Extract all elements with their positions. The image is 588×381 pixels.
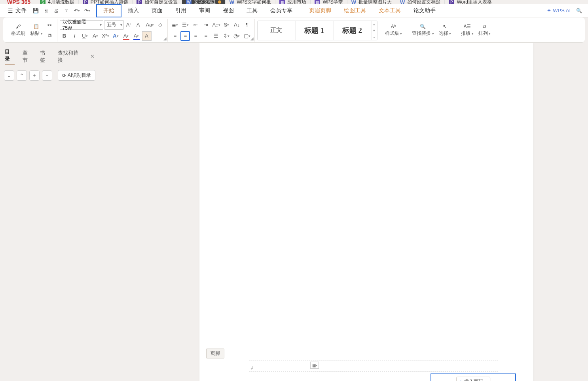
menu-view[interactable]: 视图 (216, 5, 240, 17)
bold-button[interactable]: B (60, 31, 69, 41)
align-right-button[interactable]: ≡ (191, 31, 200, 41)
numbering-button[interactable]: ☰ (180, 20, 190, 30)
style-set-button[interactable]: Aᵇ 样式集 (383, 24, 405, 37)
text-effects-button[interactable]: A (111, 31, 121, 41)
paste-button[interactable]: 📋 粘贴 (28, 24, 45, 37)
presentation-icon: P (83, 0, 88, 4)
close-icon[interactable]: ✕ (90, 53, 95, 59)
expand-down-button[interactable]: ⌄ (4, 70, 14, 81)
print-icon[interactable]: 🖨 (51, 6, 61, 16)
decrease-font-button[interactable]: A⁻ (135, 20, 144, 30)
save-icon[interactable]: 💾 (30, 6, 41, 16)
menu-page[interactable]: 页面 (145, 5, 169, 17)
menu-insert[interactable]: 插入 (121, 5, 145, 17)
font-name-select[interactable]: 汉仪雅酷黑 75W (60, 20, 103, 30)
file-menu[interactable]: ☰ 文件 (4, 6, 30, 16)
format-painter-button[interactable]: 🖌 格式刷 (9, 24, 28, 37)
tab-item[interactable]: W批量调整图片大 (347, 0, 396, 4)
arrange-button[interactable]: ⧉ 排列 (476, 24, 493, 37)
document-page[interactable]: 页脚 ▦ ↲ (199, 43, 533, 381)
style-heading1[interactable]: 标题 1 (296, 21, 334, 40)
footer-editable-area[interactable] (249, 360, 498, 372)
tab-item[interactable]: WWPS文字如何批 (226, 0, 276, 4)
remove-button[interactable]: － (42, 70, 52, 81)
print-preview-icon[interactable]: ⎘ (41, 6, 51, 16)
shading-button[interactable]: ◔ (232, 31, 241, 41)
align-center-button[interactable]: ≡ (180, 31, 190, 41)
align-justify-button[interactable]: ≡ (201, 31, 211, 41)
style-heading2[interactable]: 标题 2 (334, 21, 372, 40)
menu-header-footer[interactable]: 页眉页脚 (303, 5, 338, 17)
select-button[interactable]: ↖ 选择 (436, 24, 454, 37)
menu-references[interactable]: 引用 (169, 5, 193, 17)
wps-ai-button[interactable]: ✦ WPS AI (547, 8, 571, 13)
align-left-button[interactable]: ≡ (170, 31, 180, 41)
show-marks-button[interactable]: ¶ (243, 20, 252, 30)
wps-ai-label: WPS AI (553, 8, 571, 13)
document-canvas[interactable]: 页脚 ▦ ↲ # 插入页码 工作项目↲ (100, 43, 588, 381)
export-icon[interactable]: ⇪ (61, 6, 72, 16)
menu-tools[interactable]: 工具 (240, 5, 264, 17)
style-expand[interactable]: ⌄ (372, 34, 377, 40)
font-color-button[interactable]: A (132, 31, 141, 41)
insert-page-number-button[interactable]: # 插入页码 (456, 377, 490, 381)
highlight-color-button[interactable]: A (121, 31, 131, 41)
line-through-button[interactable]: S̶ (222, 20, 231, 30)
menu-home[interactable]: 开始 (96, 4, 121, 17)
tab-item[interactable]: ▦WPS学堂 (311, 0, 347, 4)
font-dialog-launcher[interactable]: ◢ (163, 36, 167, 41)
decrease-indent-button[interactable]: ⇤ (191, 20, 200, 30)
sidebar-tab-bookmarks[interactable]: 书签 (40, 49, 50, 64)
main-area: 目录 章节 书签 查找和替换 ✕ ⌄ ⌃ ＋ － ⟳ AI识别目录 页脚 ▦ ↲ (0, 43, 588, 381)
sidebar-tab-chapters[interactable]: 章节 (23, 49, 32, 64)
change-case-button[interactable]: Aa (145, 20, 155, 30)
collapse-up-button[interactable]: ⌃ (17, 70, 27, 81)
tab-item[interactable]: ▦应用市场 (275, 0, 311, 4)
layout-button[interactable]: A☰ 排版 (459, 24, 476, 37)
italic-button[interactable]: I (70, 31, 80, 41)
clear-format-button[interactable]: ◇ (156, 20, 165, 30)
find-replace-button[interactable]: 🔍 查找替换 (410, 24, 436, 37)
sort-button[interactable]: A↓ (232, 20, 242, 30)
undo-button[interactable]: ↶ (72, 6, 82, 16)
menu-vip[interactable]: 会员专享 (264, 5, 299, 17)
paste-label: 粘贴 (30, 30, 43, 37)
tab-item[interactable]: P如何自定义设置 (133, 0, 182, 4)
wps-icon: W (351, 0, 356, 4)
font-size-select[interactable]: 五号 (104, 20, 124, 30)
style-scroll-up[interactable]: ▴ (372, 21, 377, 27)
layout-icon: A☰ (463, 24, 471, 29)
find-replace-label: 查找替换 (412, 30, 434, 37)
ai-toc-button[interactable]: ⟳ AI识别目录 (58, 70, 95, 81)
search-icon[interactable]: 🔍 (574, 6, 584, 16)
sidebar-tab-find[interactable]: 查找和替换 (58, 49, 82, 64)
tab-item[interactable]: S4月清洗数据 (36, 0, 79, 4)
strikethrough-button[interactable]: A̶ (91, 31, 100, 41)
tab-item-active[interactable]: W文字文稿1 (182, 0, 226, 4)
style-normal[interactable]: 正文 (258, 21, 296, 40)
tab-item[interactable]: PWord里插入表格 (445, 0, 496, 4)
cut-button[interactable]: ✂ (45, 21, 55, 30)
paragraph-dialog-launcher[interactable]: ◢ (250, 36, 254, 41)
add-button[interactable]: ＋ (29, 70, 40, 81)
superscript-button[interactable]: X² (101, 31, 110, 41)
copy-button[interactable]: ⧉ (45, 31, 55, 40)
redo-button[interactable]: ↷ (82, 6, 92, 16)
menu-thesis[interactable]: 论文助手 (407, 5, 442, 17)
style-scroll-down[interactable]: ▾ (372, 27, 377, 34)
increase-font-button[interactable]: A⁺ (125, 20, 134, 30)
menu-drawing-tools[interactable]: 绘图工具 (338, 5, 372, 17)
bullets-button[interactable]: ≣ (170, 20, 180, 30)
ai-icon: ⟳ (62, 73, 66, 78)
increase-indent-button[interactable]: ⇥ (201, 20, 211, 30)
align-distribute-button[interactable]: ☰ (211, 31, 221, 41)
tab-item[interactable]: W如何设置文档默 (396, 0, 445, 4)
menu-text-tools[interactable]: 文本工具 (372, 5, 407, 17)
tab-item[interactable]: PPPT如何插入超链 (79, 0, 133, 4)
underline-button[interactable]: U (80, 31, 90, 41)
line-spacing-button[interactable]: ⇕ (222, 31, 231, 41)
char-shading-button[interactable]: A (142, 31, 152, 41)
menu-review[interactable]: 审阅 (193, 5, 216, 17)
text-direction-button[interactable]: A↕ (211, 20, 221, 30)
sidebar-tab-toc[interactable]: 目录 (5, 48, 15, 64)
